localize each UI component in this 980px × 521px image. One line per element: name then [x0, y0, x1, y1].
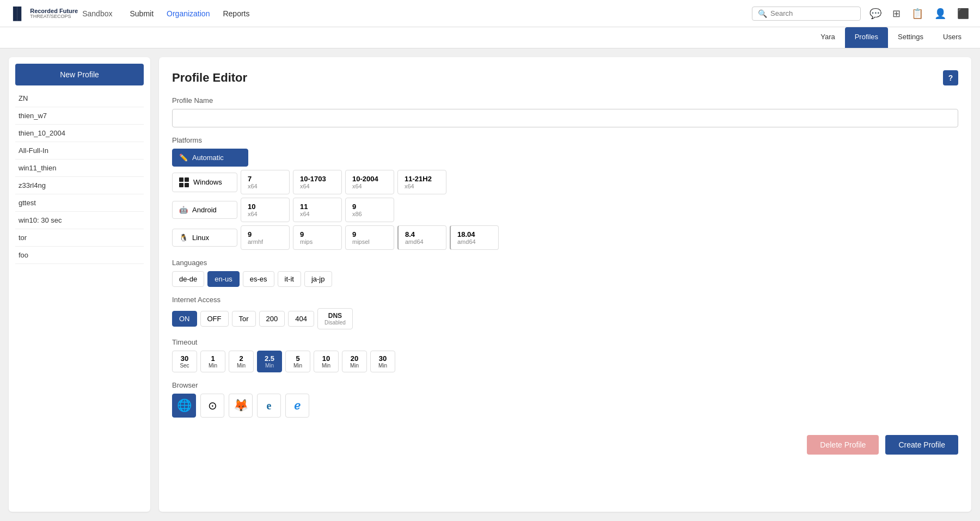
auto-button[interactable]: ✏️ Automatic — [172, 149, 248, 167]
platforms-grid: ✏️ Automatic Windows 7 x64 10-1703 x64 — [172, 149, 958, 250]
tab-users[interactable]: Users — [933, 27, 971, 48]
win11-version: 11-21H2 — [405, 175, 432, 183]
win10-2004-button[interactable]: 10-2004 x64 — [345, 170, 394, 194]
android9-arch: x86 — [352, 211, 362, 217]
tab-profiles[interactable]: Profiles — [845, 27, 888, 48]
linux9-mipsel-button[interactable]: 9 mipsel — [345, 225, 394, 250]
user-icon[interactable]: 👤 — [932, 5, 948, 22]
list-item[interactable]: win10: 30 sec — [15, 212, 144, 229]
editor-footer: Delete Profile Create Profile — [172, 435, 958, 455]
list-item[interactable]: thien_w7 — [15, 107, 144, 125]
globe-icon: 🌐 — [177, 399, 192, 413]
linux84-v: 8.4 — [405, 230, 415, 238]
linux9-mips-v: 9 — [300, 230, 304, 238]
lang-ja-jp[interactable]: ja-jp — [304, 271, 332, 287]
android-button[interactable]: 🤖 Android — [172, 201, 237, 219]
tab-yara[interactable]: Yara — [811, 27, 845, 48]
list-item[interactable]: thien_10_2004 — [15, 125, 144, 142]
list-item[interactable]: gttest — [15, 194, 144, 212]
linux9-armhf-a: armhf — [248, 238, 263, 245]
lang-en-us[interactable]: en-us — [207, 271, 240, 287]
android11-arch: x64 — [300, 211, 310, 217]
list-item[interactable]: ZN — [15, 90, 144, 107]
win11-21h2-button[interactable]: 11-21H2 x64 — [397, 170, 446, 194]
list-item[interactable]: foo — [15, 247, 144, 264]
win7-button[interactable]: 7 x64 — [241, 170, 290, 194]
android11-button[interactable]: 11 x64 — [293, 198, 342, 222]
android-row: 🤖 Android 10 x64 11 x64 9 x86 — [172, 198, 958, 222]
timeout-30min[interactable]: 30 Min — [370, 351, 395, 372]
nav-organization[interactable]: Organization — [167, 7, 210, 20]
linux1804-a: amd64 — [457, 238, 476, 245]
win7-arch: x64 — [248, 183, 258, 189]
lang-es-es[interactable]: es-es — [243, 271, 274, 287]
win7-version: 7 — [248, 175, 252, 183]
linux9-mips-button[interactable]: 9 mips — [293, 225, 342, 250]
grid-icon[interactable]: ⊞ — [890, 5, 903, 22]
android10-arch: x64 — [248, 211, 258, 217]
messages-icon[interactable]: 💬 — [867, 5, 884, 22]
linux-button[interactable]: 🐧 Linux — [172, 229, 237, 247]
browser-edge[interactable]: ℯ — [285, 394, 309, 418]
auto-label: Automatic — [192, 154, 224, 162]
main-layout: New Profile ZN thien_w7 thien_10_2004 Al… — [0, 48, 980, 520]
linux84-button[interactable]: 8.4 amd64 — [397, 225, 446, 250]
inet-on-button[interactable]: ON — [172, 311, 197, 327]
inet-tor-button[interactable]: Tor — [232, 311, 256, 327]
logout-icon[interactable]: ⬛ — [955, 5, 971, 22]
android10-button[interactable]: 10 x64 — [241, 198, 290, 222]
inet-off-button[interactable]: OFF — [200, 311, 229, 327]
list-item[interactable]: tor — [15, 229, 144, 247]
logo-main: Recorded Future — [30, 8, 78, 14]
win10-1703-version: 10-1703 — [300, 175, 326, 183]
android9-button[interactable]: 9 x86 — [345, 198, 394, 222]
win10-1703-arch: x64 — [300, 183, 310, 189]
profile-list: ZN thien_w7 thien_10_2004 All-Full-In wi… — [15, 90, 144, 264]
linux-row: 🐧 Linux 9 armhf 9 mips 9 mipsel 8.4 a — [172, 225, 958, 250]
windows-icon — [179, 177, 189, 187]
nav-reports[interactable]: Reports — [223, 7, 249, 20]
timeout-2_5min[interactable]: 2.5 Min — [257, 351, 282, 372]
edge-icon: ℯ — [294, 399, 301, 412]
search-input[interactable] — [770, 9, 855, 17]
timeout-1min[interactable]: 1 Min — [200, 351, 225, 372]
timeout-5min[interactable]: 5 Min — [285, 351, 310, 372]
lang-it-it[interactable]: it-it — [278, 271, 301, 287]
profile-name-input[interactable] — [172, 109, 958, 127]
dns-sublabel: Disabled — [324, 320, 346, 326]
platforms-label: Platforms — [172, 136, 958, 144]
windows-button[interactable]: Windows — [172, 173, 237, 192]
timeout-10min[interactable]: 10 Min — [314, 351, 339, 372]
win10-1703-button[interactable]: 10-1703 x64 — [293, 170, 342, 194]
edge-legacy-icon: e — [267, 400, 272, 412]
nav-links: Submit Organization Reports — [130, 7, 249, 20]
timeout-2min[interactable]: 2 Min — [229, 351, 254, 372]
tab-settings[interactable]: Settings — [888, 27, 933, 48]
browser-chrome[interactable]: ⊙ — [200, 394, 224, 418]
browser-firefox[interactable]: 🦊 — [229, 394, 253, 418]
search-box[interactable]: 🔍 — [752, 7, 861, 21]
lang-de-de[interactable]: de-de — [172, 271, 204, 287]
timeout-20min[interactable]: 20 Min — [342, 351, 367, 372]
new-profile-button[interactable]: New Profile — [15, 64, 144, 85]
linux9-armhf-button[interactable]: 9 armhf — [241, 225, 290, 250]
browser-edge-legacy[interactable]: e — [257, 394, 281, 418]
list-item[interactable]: win11_thien — [15, 160, 144, 177]
delete-profile-button[interactable]: Delete Profile — [807, 435, 879, 455]
inet-dns-button[interactable]: DNS Disabled — [317, 308, 353, 329]
linux1804-button[interactable]: 18.04 amd64 — [450, 225, 499, 250]
book-icon[interactable]: 📋 — [909, 5, 926, 22]
logo-area: ▐▌ Recorded Future THREAT/SECOPS Sandbox — [9, 7, 112, 21]
create-profile-button[interactable]: Create Profile — [885, 435, 958, 455]
inet-404-button[interactable]: 404 — [288, 311, 314, 327]
browser-globe[interactable]: 🌐 — [172, 394, 196, 418]
help-icon[interactable]: ? — [943, 70, 958, 85]
win10-2004-version: 10-2004 — [352, 175, 378, 183]
linux-icon: 🐧 — [179, 234, 188, 242]
list-item[interactable]: z33rl4ng — [15, 177, 144, 194]
nav-submit[interactable]: Submit — [130, 7, 154, 20]
android-icon: 🤖 — [179, 206, 188, 214]
inet-200-button[interactable]: 200 — [259, 311, 285, 327]
list-item[interactable]: All-Full-In — [15, 142, 144, 160]
timeout-30sec[interactable]: 30 Sec — [172, 351, 197, 372]
